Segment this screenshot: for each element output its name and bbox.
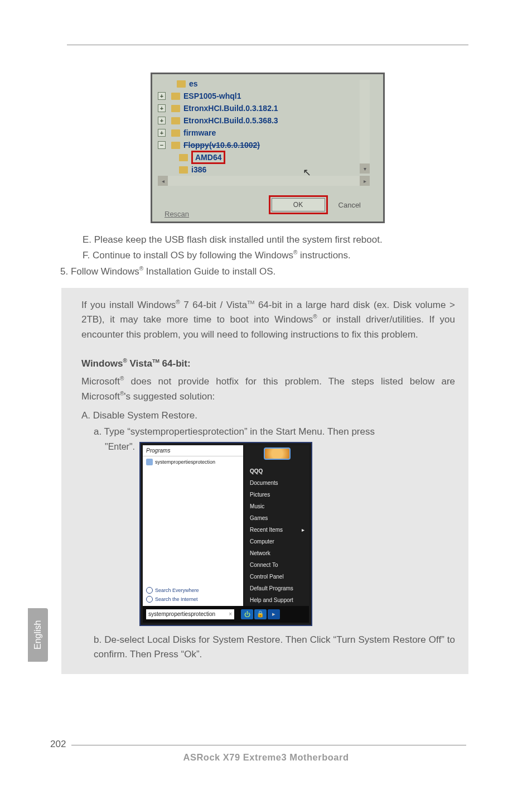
right-link: Connect To (245, 559, 309, 571)
folder-icon (171, 129, 180, 137)
step-A-a: a. Type “systempropertiesprotection” in … (94, 425, 455, 439)
dialog-buttons: OK Cancel (272, 198, 361, 211)
programs-header: Programs (143, 445, 243, 456)
power-icon: ⏻ (241, 609, 253, 619)
vista-heading: Windows® VistaTM 64-bit: (81, 357, 455, 371)
start-search-input: systempropertiesprotection × (146, 609, 234, 619)
language-tab: English (28, 608, 48, 662)
cancel-button: Cancel (338, 201, 361, 209)
registered-icon: ® (176, 299, 180, 305)
right-link: Documents (245, 477, 309, 489)
right-link: Network (245, 547, 309, 559)
scrollbar-vertical (360, 80, 370, 163)
right-link: QQQ (245, 465, 309, 477)
search-everywhere-row: Search Everywhere (146, 586, 240, 595)
folder-icon (171, 142, 180, 149)
step-5-text2: Installation Guide to install OS. (143, 266, 275, 277)
program-label: systempropertiesprotection (155, 459, 215, 465)
step-A: A. Disable System Restore. (81, 408, 455, 423)
trademark-icon: TM (247, 300, 254, 305)
header-rule (67, 45, 468, 45)
tree-item: EtronxHCI.Build.0.3.182.1 (183, 104, 278, 113)
tree-item: Floppy(v10.6.0.1002) (183, 141, 260, 150)
info-paragraph-1: If you install Windows® 7 64-bit / Vista… (81, 298, 455, 342)
search-scope-rows: Search Everywhere Search the Internet (146, 586, 240, 604)
txt: If you install Windows (81, 300, 176, 310)
start-menu-bottom: systempropertiesprotection × ⏻ 🔒 ▸ (143, 606, 309, 623)
txt: 64-bit: (159, 358, 191, 369)
scroll-right-icon: ▸ (360, 176, 370, 186)
user-avatar (264, 447, 291, 460)
program-item: systempropertiesprotection (143, 456, 243, 468)
clear-icon: × (229, 611, 232, 617)
expand-icon: + (158, 92, 166, 100)
enter-text: "Enter". (105, 442, 135, 452)
amd64-highlight: AMD64 (191, 151, 225, 164)
lock-icon: 🔒 (254, 609, 267, 619)
expand-icon: + (158, 117, 166, 124)
trademark-icon: TM (152, 358, 159, 364)
folder-icon (171, 93, 180, 100)
right-link: Help and Support (245, 594, 309, 606)
page-number: 202 (50, 739, 66, 750)
folder-icon (171, 105, 180, 112)
txt: 7 64-bit / Vista (180, 300, 248, 310)
step-f-text2: instructions. (297, 250, 350, 261)
footer-text: ASRock X79 Extreme3 Motherboard (0, 752, 532, 763)
txt: Windows (81, 358, 123, 369)
ok-button: OK (272, 198, 325, 211)
scroll-down-icon: ▾ (360, 163, 370, 174)
registered-icon: ® (139, 266, 143, 272)
tree-item: firmware (183, 128, 216, 137)
chevron-right-icon: ▸ (302, 527, 304, 533)
txt: Recent Items (250, 527, 283, 533)
step-f-text: F. Continue to install OS by following t… (83, 250, 293, 261)
step-5: 5. Follow Windows® Installation Guide to… (60, 265, 468, 279)
txt: Vista (127, 358, 152, 369)
tree-item: EtronxHCI.Build.0.5.368.3 (183, 116, 278, 125)
tree-item: es (189, 79, 198, 88)
right-link: Control Panel (245, 571, 309, 583)
right-link: Games (245, 512, 309, 524)
txt: 's suggested solution: (124, 391, 215, 402)
expand-icon: + (158, 129, 166, 137)
folder-icon (177, 80, 186, 88)
right-link: Computer (245, 536, 309, 547)
collapse-icon: − (158, 141, 166, 149)
folder-tree: es + ESP1005-whql1 + EtronxHCI.Build.0.3… (158, 78, 359, 176)
cursor-icon: ↖ (303, 166, 311, 179)
search-icon (146, 587, 153, 594)
step-f: F. Continue to install OS by following t… (83, 249, 468, 263)
folder-icon (171, 117, 180, 124)
step-A-b: b. De-select Local Disks for System Rest… (94, 633, 455, 662)
search-value: systempropertiesprotection (148, 611, 215, 617)
chevron-right-icon: ▸ (268, 609, 280, 619)
start-menu-left: Programs systempropertiesprotection Sear… (143, 445, 243, 606)
registered-icon: ® (313, 314, 317, 320)
power-buttons: ⏻ 🔒 ▸ (241, 609, 280, 619)
search-internet-row: Search the Internet (146, 595, 240, 604)
txt: Microsoft (81, 376, 120, 387)
rescan-button: Rescan (165, 210, 189, 218)
footer-rule (71, 745, 466, 745)
scroll-left-icon: ◂ (158, 176, 168, 186)
enter-and-shot2: "Enter". Programs systempropertiesprotec… (81, 442, 455, 626)
search-icon (146, 596, 153, 603)
step-5-text: 5. Follow Windows (60, 266, 139, 277)
registered-icon: ® (123, 358, 127, 364)
start-menu-right: QQQ Documents Pictures Music Games Recen… (245, 445, 309, 606)
right-link: Pictures (245, 489, 309, 500)
tree-item: ESP1005-whql1 (183, 92, 241, 100)
page-content: es + ESP1005-whql1 + EtronxHCI.Build.0.3… (67, 73, 468, 674)
folder-icon (179, 166, 188, 174)
info-box: If you install Windows® 7 64-bit / Vista… (61, 288, 468, 674)
txt: Search Everywhere (155, 588, 199, 593)
right-link: Recent Items▸ (245, 524, 309, 536)
txt: Search the Internet (155, 596, 198, 602)
tree-item: i386 (191, 165, 206, 174)
tree-item: AMD64 (195, 153, 221, 162)
scrollbar-horizontal: ◂ ▸ (158, 176, 370, 186)
screenshot-driver-dialog: es + ESP1005-whql1 + EtronxHCI.Build.0.3… (151, 73, 385, 223)
step-e: E. Please keep the USB flash disk instal… (83, 233, 468, 247)
right-link: Default Programs (245, 583, 309, 594)
